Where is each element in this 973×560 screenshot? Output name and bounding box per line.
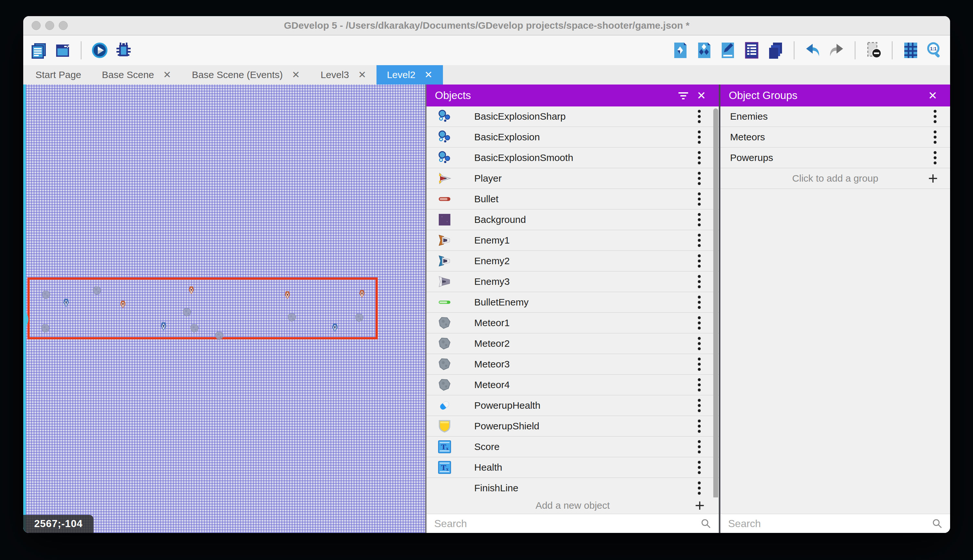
object-row-basicexplosionsmooth[interactable]: BasicExplosionSmooth [427, 148, 719, 168]
tab-level3[interactable]: Level3✕ [310, 65, 377, 85]
add-group-button[interactable]: Click to add a group + [720, 168, 950, 189]
object-row-player[interactable]: Player [427, 168, 719, 189]
object-row-bulletenemy[interactable]: BulletEnemy [427, 292, 719, 313]
object-row-meteor1[interactable]: Meteor1 [427, 313, 719, 333]
group-row-meteors[interactable]: Meteors [720, 127, 950, 148]
object-context-menu-icon[interactable] [696, 108, 703, 125]
meteor-instance[interactable] [41, 290, 51, 300]
grid-icon[interactable] [902, 41, 920, 59]
object-context-menu-icon[interactable] [696, 397, 703, 414]
group-context-menu-icon[interactable] [932, 129, 938, 146]
filter-icon[interactable] [674, 87, 692, 105]
object-row-health[interactable]: TxHealth [427, 457, 719, 478]
meteor-instance[interactable] [92, 285, 102, 296]
instances-list-icon[interactable] [743, 41, 761, 59]
enemy-instance[interactable] [119, 300, 127, 309]
object-context-menu-icon[interactable] [696, 480, 703, 497]
undo-icon[interactable] [804, 41, 822, 59]
enemy-instance[interactable] [358, 289, 366, 298]
enemy-instance[interactable] [283, 290, 291, 299]
mask-icon[interactable] [865, 41, 883, 59]
close-icon[interactable]: ✕ [292, 70, 300, 80]
object-context-menu-icon[interactable] [696, 459, 703, 476]
object-row-enemy2[interactable]: Enemy2 [427, 251, 719, 272]
object-context-menu-icon[interactable] [696, 273, 703, 290]
debug-icon[interactable] [115, 41, 133, 59]
meteor-instance[interactable] [189, 323, 200, 333]
tab-base-scene[interactable]: Base Scene✕ [92, 65, 182, 85]
object-context-menu-icon[interactable] [696, 232, 703, 249]
groups-search-input[interactable] [728, 517, 931, 530]
scene-editor-icon[interactable] [53, 41, 72, 59]
object-row-basicexplosion[interactable]: BasicExplosion [427, 127, 719, 148]
close-icon[interactable]: ✕ [692, 87, 710, 105]
object-groups-icon[interactable] [695, 41, 713, 59]
toolbar-left-group [30, 41, 133, 59]
layers-icon[interactable] [766, 41, 785, 59]
minimize-window-button[interactable] [45, 21, 54, 30]
group-row-enemies[interactable]: Enemies [720, 107, 950, 127]
object-context-menu-icon[interactable] [696, 211, 703, 228]
object-groups-title: Object Groups [729, 89, 798, 102]
properties-icon[interactable] [719, 41, 737, 59]
tab-level2[interactable]: Level2✕ [377, 65, 443, 85]
object-row-background[interactable]: Background [427, 210, 719, 230]
preview-play-icon[interactable] [91, 41, 109, 59]
object-context-menu-icon[interactable] [696, 191, 703, 208]
meteor-instance[interactable] [214, 331, 225, 341]
tab-label: Base Scene (Events) [192, 69, 283, 80]
object-row-bullet[interactable]: Bullet [427, 189, 719, 210]
close-icon[interactable]: ✕ [358, 70, 366, 80]
object-row-enemy3[interactable]: Enemy3 [427, 272, 719, 292]
tab-label: Level3 [321, 69, 349, 80]
close-window-button[interactable] [32, 21, 41, 30]
enemy-instance[interactable] [62, 298, 70, 307]
group-row-powerups[interactable]: Powerups [720, 148, 950, 168]
object-context-menu-icon[interactable] [696, 418, 703, 435]
object-row-enemy1[interactable]: Enemy1 [427, 230, 719, 251]
maximize-window-button[interactable] [59, 21, 68, 30]
object-context-menu-icon[interactable] [696, 129, 703, 146]
object-context-menu-icon[interactable] [696, 294, 703, 311]
tab-start-page[interactable]: Start Page [25, 65, 92, 85]
object-context-menu-icon[interactable] [696, 377, 703, 393]
objects-search-input[interactable] [433, 517, 700, 530]
meteor-instance[interactable] [354, 313, 365, 323]
close-icon[interactable]: ✕ [425, 70, 433, 80]
meteor-instance[interactable] [287, 312, 297, 323]
object-row-meteor2[interactable]: Meteor2 [427, 333, 719, 354]
object-context-menu-icon[interactable] [696, 335, 703, 352]
objects-editor-icon[interactable] [671, 41, 689, 59]
project-manager-icon[interactable] [30, 41, 48, 59]
objects-scrollbar[interactable] [713, 108, 718, 497]
enemy-instance[interactable] [187, 285, 195, 295]
add-object-button[interactable]: Add a new object + [427, 497, 719, 513]
object-context-menu-icon[interactable] [696, 149, 703, 167]
object-row-powerupshield[interactable]: PowerupShield [427, 416, 719, 437]
object-row-score[interactable]: TxScore [427, 437, 719, 457]
object-context-menu-icon[interactable] [696, 315, 703, 332]
object-context-menu-icon[interactable] [696, 356, 703, 373]
tab-base-scene-events[interactable]: Base Scene (Events)✕ [182, 65, 310, 85]
enemy-instance[interactable] [331, 323, 339, 332]
redo-icon[interactable] [828, 41, 846, 59]
object-row-poweruphealth[interactable]: PowerupHealth [427, 395, 719, 416]
close-icon[interactable]: ✕ [163, 70, 171, 80]
finish-line-instance[interactable] [23, 85, 26, 533]
object-row-meteor4[interactable]: Meteor4 [427, 375, 719, 395]
object-context-menu-icon[interactable] [696, 253, 703, 270]
meteor-instance[interactable] [40, 323, 51, 333]
zoom-ratio-icon[interactable]: 1:1 [926, 41, 944, 59]
scene-canvas[interactable]: 2567;-104 [23, 85, 425, 533]
object-row-finishline[interactable]: FinishLine [427, 478, 719, 497]
object-context-menu-icon[interactable] [696, 170, 703, 187]
meteor-instance[interactable] [182, 307, 192, 317]
close-icon[interactable]: ✕ [924, 87, 942, 105]
object-row-basicexplosionsharp[interactable]: BasicExplosionSharp [427, 107, 719, 127]
object-label: PowerupHealth [474, 400, 540, 411]
enemy-instance[interactable] [159, 321, 168, 331]
object-context-menu-icon[interactable] [696, 438, 703, 455]
group-context-menu-icon[interactable] [932, 108, 938, 125]
group-context-menu-icon[interactable] [932, 149, 938, 167]
object-row-meteor3[interactable]: Meteor3 [427, 354, 719, 375]
